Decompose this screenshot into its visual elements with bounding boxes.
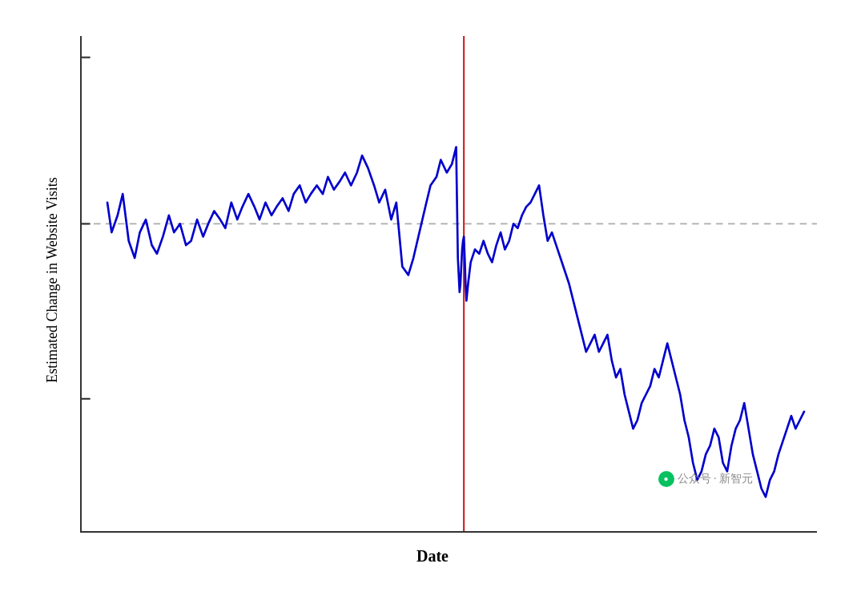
chart-area: Estimated Change in Website Visits 1e+06… [32, 20, 833, 541]
watermark: ● 公众号 · 新智元 [658, 471, 754, 487]
y-axis-label: Estimated Change in Website Visits [32, 20, 72, 541]
chart-container: Estimated Change in Website Visits 1e+06… [32, 20, 833, 597]
chart-inner: 1e+06 0e+00 -1e+06 Oct Jan Apr [80, 36, 817, 533]
x-axis-container: Date [32, 541, 833, 566]
watermark-text: 公众号 · 新智元 [678, 472, 754, 486]
chart-svg: 1e+06 0e+00 -1e+06 Oct Jan Apr [82, 36, 817, 531]
watermark-icon: ● [658, 471, 674, 487]
x-axis-label: Date [416, 547, 449, 566]
